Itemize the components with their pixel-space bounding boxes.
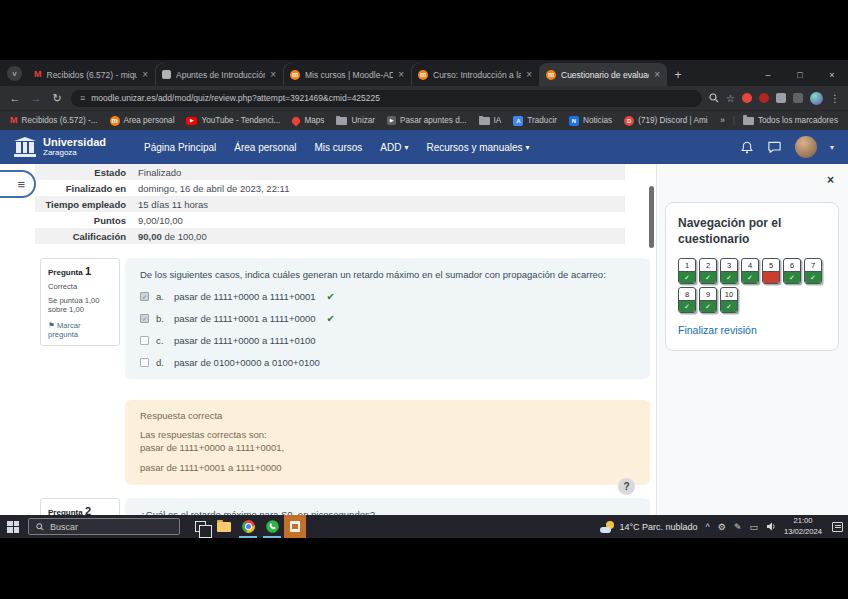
profile-avatar[interactable]	[810, 92, 823, 105]
help-button[interactable]: ?	[618, 478, 635, 495]
nav-pagina-principal[interactable]: Página Principal	[144, 142, 216, 153]
quiz-nav-question-button[interactable]: 9✓	[699, 287, 717, 313]
nav-area-personal[interactable]: Área personal	[234, 142, 296, 153]
extension-icon[interactable]	[776, 93, 786, 103]
notifications-bell-icon[interactable]	[740, 140, 754, 155]
forward-icon[interactable]: →	[29, 92, 43, 104]
back-icon[interactable]: ←	[8, 92, 22, 104]
bookmarks-overflow-icon[interactable]: »	[720, 116, 725, 125]
extension-icon[interactable]	[759, 93, 769, 103]
tray-expand-chevron-icon[interactable]: ^	[706, 522, 710, 532]
tab-close-icon[interactable]: ×	[654, 69, 660, 80]
tab-close-icon[interactable]: ×	[270, 69, 276, 80]
extension-icon[interactable]	[742, 93, 752, 103]
university-logo-text[interactable]: Universidad Zaragoza	[43, 137, 106, 157]
chevron-down-icon: ▾	[526, 143, 530, 152]
quiz-nav-question-button[interactable]: 6✓	[783, 258, 801, 284]
tab-close-icon[interactable]: ×	[526, 69, 532, 80]
zoom-icon[interactable]	[709, 93, 719, 103]
answer-checkbox[interactable]	[140, 336, 149, 345]
bookmark-item[interactable]: ▶Pasar apuntes d...	[387, 116, 466, 125]
reload-icon[interactable]: ↻	[50, 92, 64, 105]
settings-gear-icon[interactable]: ⚙	[718, 522, 726, 532]
bookmark-item[interactable]: IA	[479, 116, 502, 125]
tab-close-icon[interactable]: ×	[398, 69, 404, 80]
open-block-drawer-button[interactable]: ≡	[0, 170, 36, 198]
notification-center-icon[interactable]	[832, 522, 843, 532]
toolbar-actions: ☆ ⋮	[709, 92, 840, 105]
close-drawer-icon[interactable]: ×	[827, 173, 834, 187]
quiz-nav-question-button[interactable]: 5	[762, 258, 780, 284]
nav-recursos-dropdown[interactable]: Recursos y manuales▾	[426, 142, 529, 153]
tab-close-icon[interactable]: ×	[142, 69, 148, 80]
quiz-nav-question-button[interactable]: 2✓	[699, 258, 717, 284]
weather-widget[interactable]: 14°C Parc. nublado	[600, 521, 697, 533]
bookmark-item[interactable]: ▶YouTube - Tendenci...	[186, 116, 280, 125]
quiz-nav-question-state: ✓	[721, 300, 737, 312]
hamburger-icon: ≡	[17, 177, 25, 192]
tab-search-button[interactable]: v	[7, 66, 22, 81]
scrollbar-thumb[interactable]	[649, 186, 654, 248]
quiz-nav-question-button[interactable]: 8✓	[678, 287, 696, 313]
speaker-icon[interactable]	[766, 522, 776, 531]
pen-icon[interactable]: ✎	[734, 522, 742, 532]
answer-checkbox[interactable]	[140, 358, 149, 367]
university-logo-icon[interactable]	[14, 137, 36, 157]
extension-icon[interactable]	[793, 93, 803, 103]
browser-tab[interactable]: Apuntes de Introducción a las C×	[155, 63, 283, 86]
browser-tab[interactable]: mCuestionario de evaluación de t×	[539, 63, 667, 86]
answer-checkbox[interactable]: ✓	[140, 292, 149, 301]
quiz-nav-question-state: ✓	[679, 271, 695, 283]
bookmark-item[interactable]: ATraducir	[513, 116, 557, 126]
quiz-nav-question-button[interactable]: 1✓	[678, 258, 696, 284]
browser-menu-icon[interactable]: ⋮	[830, 93, 840, 104]
flag-question-link[interactable]: ⚑ Marcar pregunta	[48, 321, 112, 339]
option-text: pasar de 1111+0000 a 1111+0100	[174, 335, 316, 346]
quiz-nav-question-button[interactable]: 4✓	[741, 258, 759, 284]
user-menu-chevron-icon[interactable]: ▾	[830, 143, 834, 152]
bookmark-item[interactable]: D(719) Discord | Ami...	[624, 116, 708, 126]
bookmark-item[interactable]: MRecibidos (6.572) -...	[10, 116, 98, 125]
window-controls: – □ ×	[752, 66, 848, 86]
user-avatar[interactable]	[795, 136, 817, 158]
start-button[interactable]	[0, 515, 26, 538]
address-bar[interactable]: ≡ moodle.unizar.es/add/mod/quiz/review.p…	[71, 90, 702, 107]
summary-value: domingo, 16 de abril de 2023, 22:11	[135, 180, 289, 196]
answer-checkbox[interactable]: ✓	[140, 314, 149, 323]
all-bookmarks-button[interactable]: Todos los marcadores	[743, 116, 838, 125]
bookmark-item[interactable]: mÁrea personal	[110, 116, 175, 126]
bookmark-label: Unizar	[351, 116, 375, 125]
powerpoint-taskbar-button[interactable]	[284, 515, 306, 538]
bookmark-item[interactable]: Unizar	[336, 116, 375, 125]
browser-tab[interactable]: mCurso: Introducción a las comp×	[411, 63, 539, 86]
clock-widget[interactable]: 21:00 13/02/2024	[784, 516, 822, 537]
bookmark-star-icon[interactable]: ☆	[726, 93, 735, 104]
window-minimize-button[interactable]: –	[752, 66, 784, 86]
display-icon[interactable]: ▭	[749, 522, 758, 532]
correct-check-icon: ✔	[327, 291, 335, 302]
task-view-button[interactable]	[188, 515, 212, 538]
taskbar-search[interactable]: Buscar	[28, 518, 180, 535]
window-maximize-button[interactable]: □	[784, 66, 816, 86]
bookmark-item[interactable]: Maps	[292, 116, 324, 125]
quiz-nav-question-button[interactable]: 10✓	[720, 287, 738, 313]
file-explorer-button[interactable]	[212, 515, 236, 538]
window-close-button[interactable]: ×	[816, 66, 848, 86]
quiz-nav-question-state: ✓	[742, 271, 758, 283]
quiz-nav-question-button[interactable]: 3✓	[720, 258, 738, 284]
bookmark-item[interactable]: NNoticias	[569, 116, 612, 126]
browser-tab[interactable]: mMis cursos | Moodle-ADDUniz×	[283, 63, 411, 86]
nav-mis-cursos[interactable]: Mis cursos	[315, 142, 363, 153]
quiz-nav-question-button[interactable]: 7✓	[804, 258, 822, 284]
nav-label: Mis cursos	[315, 142, 363, 153]
nav-add-dropdown[interactable]: ADD▾	[380, 142, 408, 153]
bookmark-label: Noticias	[583, 116, 612, 125]
whatsapp-taskbar-button[interactable]	[260, 515, 284, 538]
site-settings-icon[interactable]: ≡	[80, 93, 85, 103]
new-tab-button[interactable]: +	[667, 68, 689, 82]
chrome-taskbar-button[interactable]	[236, 515, 260, 538]
finish-review-link[interactable]: Finalizar revisión	[678, 324, 826, 336]
whatsapp-icon	[266, 520, 279, 533]
messages-chat-icon[interactable]	[767, 140, 782, 154]
browser-tab[interactable]: MRecibidos (6.572) - miquelroyo×	[27, 63, 155, 86]
